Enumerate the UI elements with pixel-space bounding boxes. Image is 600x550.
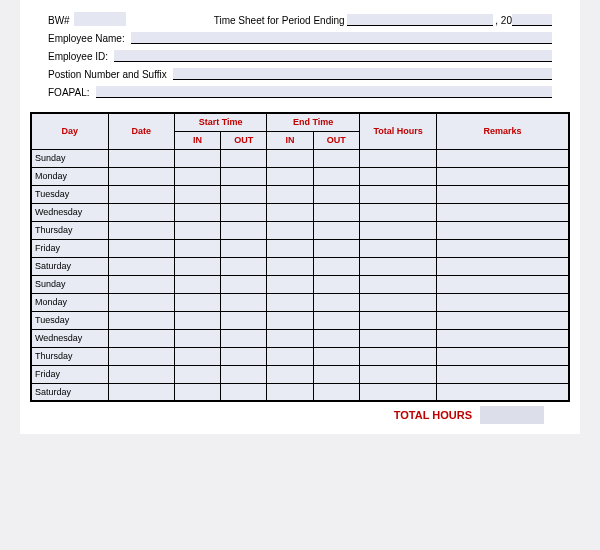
end_out-cell[interactable] [313, 203, 359, 221]
date-cell[interactable] [108, 203, 174, 221]
start_in-cell[interactable] [174, 221, 220, 239]
total-cell[interactable] [360, 347, 437, 365]
start_in-cell[interactable] [174, 203, 220, 221]
remarks-cell[interactable] [437, 275, 569, 293]
date-cell[interactable] [108, 167, 174, 185]
end_in-cell[interactable] [267, 257, 313, 275]
remarks-cell[interactable] [437, 365, 569, 383]
date-cell[interactable] [108, 275, 174, 293]
start_out-cell[interactable] [221, 221, 267, 239]
remarks-cell[interactable] [437, 293, 569, 311]
end_in-cell[interactable] [267, 239, 313, 257]
total-cell[interactable] [360, 311, 437, 329]
start_out-cell[interactable] [221, 347, 267, 365]
start_out-cell[interactable] [221, 329, 267, 347]
end_out-cell[interactable] [313, 293, 359, 311]
end_in-cell[interactable] [267, 275, 313, 293]
total-cell[interactable] [360, 185, 437, 203]
end_out-cell[interactable] [313, 257, 359, 275]
date-cell[interactable] [108, 383, 174, 401]
end_in-cell[interactable] [267, 185, 313, 203]
remarks-cell[interactable] [437, 257, 569, 275]
start_out-cell[interactable] [221, 275, 267, 293]
remarks-cell[interactable] [437, 149, 569, 167]
total-cell[interactable] [360, 383, 437, 401]
start_in-cell[interactable] [174, 185, 220, 203]
total-cell[interactable] [360, 293, 437, 311]
start_in-cell[interactable] [174, 347, 220, 365]
start_out-cell[interactable] [221, 365, 267, 383]
remarks-cell[interactable] [437, 347, 569, 365]
start_out-cell[interactable] [221, 185, 267, 203]
end_in-cell[interactable] [267, 347, 313, 365]
start_out-cell[interactable] [221, 257, 267, 275]
start_out-cell[interactable] [221, 149, 267, 167]
start_in-cell[interactable] [174, 311, 220, 329]
date-cell[interactable] [108, 149, 174, 167]
start_out-cell[interactable] [221, 311, 267, 329]
period-input[interactable] [347, 14, 494, 26]
date-cell[interactable] [108, 365, 174, 383]
start_in-cell[interactable] [174, 329, 220, 347]
total-cell[interactable] [360, 257, 437, 275]
position-input[interactable] [173, 68, 552, 80]
start_out-cell[interactable] [221, 239, 267, 257]
remarks-cell[interactable] [437, 383, 569, 401]
total-cell[interactable] [360, 203, 437, 221]
year-input[interactable] [512, 14, 552, 26]
total-cell[interactable] [360, 149, 437, 167]
remarks-cell[interactable] [437, 221, 569, 239]
start_out-cell[interactable] [221, 167, 267, 185]
end_out-cell[interactable] [313, 347, 359, 365]
start_out-cell[interactable] [221, 203, 267, 221]
total-cell[interactable] [360, 329, 437, 347]
date-cell[interactable] [108, 347, 174, 365]
remarks-cell[interactable] [437, 167, 569, 185]
end_in-cell[interactable] [267, 329, 313, 347]
date-cell[interactable] [108, 293, 174, 311]
end_out-cell[interactable] [313, 185, 359, 203]
date-cell[interactable] [108, 221, 174, 239]
date-cell[interactable] [108, 185, 174, 203]
remarks-cell[interactable] [437, 185, 569, 203]
total-cell[interactable] [360, 167, 437, 185]
date-cell[interactable] [108, 311, 174, 329]
start_in-cell[interactable] [174, 257, 220, 275]
end_out-cell[interactable] [313, 239, 359, 257]
remarks-cell[interactable] [437, 311, 569, 329]
end_in-cell[interactable] [267, 293, 313, 311]
remarks-cell[interactable] [437, 203, 569, 221]
total-cell[interactable] [360, 239, 437, 257]
employee-id-input[interactable] [114, 50, 552, 62]
start_in-cell[interactable] [174, 239, 220, 257]
start_in-cell[interactable] [174, 365, 220, 383]
end_in-cell[interactable] [267, 311, 313, 329]
start_out-cell[interactable] [221, 383, 267, 401]
remarks-cell[interactable] [437, 329, 569, 347]
foapal-input[interactable] [96, 86, 553, 98]
date-cell[interactable] [108, 329, 174, 347]
end_out-cell[interactable] [313, 383, 359, 401]
bw-input[interactable] [74, 12, 126, 26]
total-hours-box[interactable] [480, 406, 544, 424]
start_in-cell[interactable] [174, 293, 220, 311]
end_out-cell[interactable] [313, 311, 359, 329]
remarks-cell[interactable] [437, 239, 569, 257]
end_in-cell[interactable] [267, 149, 313, 167]
end_in-cell[interactable] [267, 167, 313, 185]
end_in-cell[interactable] [267, 383, 313, 401]
total-cell[interactable] [360, 275, 437, 293]
end_out-cell[interactable] [313, 221, 359, 239]
total-cell[interactable] [360, 221, 437, 239]
start_in-cell[interactable] [174, 275, 220, 293]
start_in-cell[interactable] [174, 167, 220, 185]
end_out-cell[interactable] [313, 275, 359, 293]
start_in-cell[interactable] [174, 149, 220, 167]
end_out-cell[interactable] [313, 365, 359, 383]
end_in-cell[interactable] [267, 365, 313, 383]
date-cell[interactable] [108, 239, 174, 257]
end_in-cell[interactable] [267, 221, 313, 239]
end_out-cell[interactable] [313, 167, 359, 185]
total-cell[interactable] [360, 365, 437, 383]
start_out-cell[interactable] [221, 293, 267, 311]
